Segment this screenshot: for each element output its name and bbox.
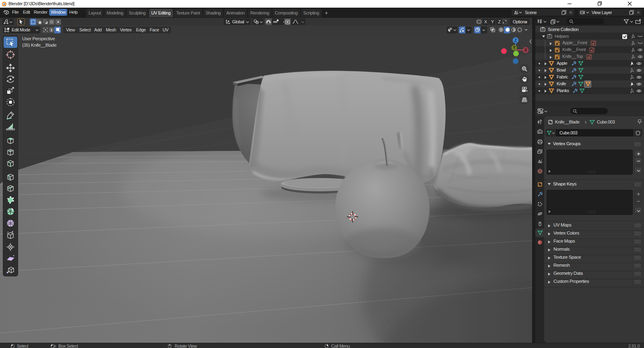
svg-text:Z: Z [514, 38, 517, 43]
svg-text:Y: Y [513, 45, 516, 50]
svg-text:X: X [524, 48, 527, 52]
